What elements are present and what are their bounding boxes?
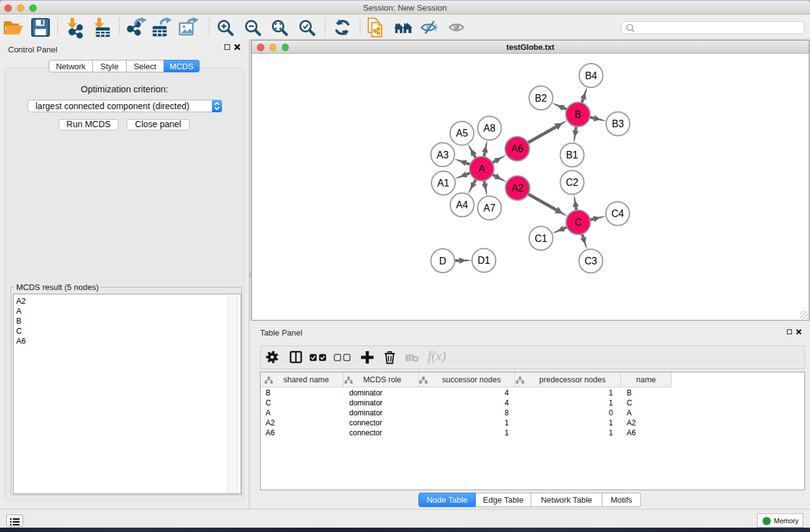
svg-text:B4: B4 xyxy=(585,70,597,81)
svg-text:A4: A4 xyxy=(456,200,468,210)
svg-text:B1: B1 xyxy=(566,150,579,160)
svg-text:A3: A3 xyxy=(436,150,449,160)
svg-text:C: C xyxy=(575,217,582,228)
svg-text:B: B xyxy=(575,109,582,120)
svg-text:C3: C3 xyxy=(584,256,597,266)
svg-text:A2: A2 xyxy=(511,183,523,193)
svg-text:C2: C2 xyxy=(566,177,578,188)
svg-text:B2: B2 xyxy=(535,93,547,104)
svg-text:A1: A1 xyxy=(437,178,450,188)
svg-text:A8: A8 xyxy=(483,123,496,133)
svg-text:B3: B3 xyxy=(612,118,624,129)
svg-text:A: A xyxy=(478,163,485,174)
svg-text:C1: C1 xyxy=(534,233,547,244)
svg-text:D1: D1 xyxy=(478,255,490,266)
svg-text:A7: A7 xyxy=(483,203,495,213)
svg-text:A6: A6 xyxy=(511,143,524,154)
svg-text:D: D xyxy=(439,256,446,266)
svg-text:C4: C4 xyxy=(611,208,624,219)
svg-text:A5: A5 xyxy=(456,128,468,138)
